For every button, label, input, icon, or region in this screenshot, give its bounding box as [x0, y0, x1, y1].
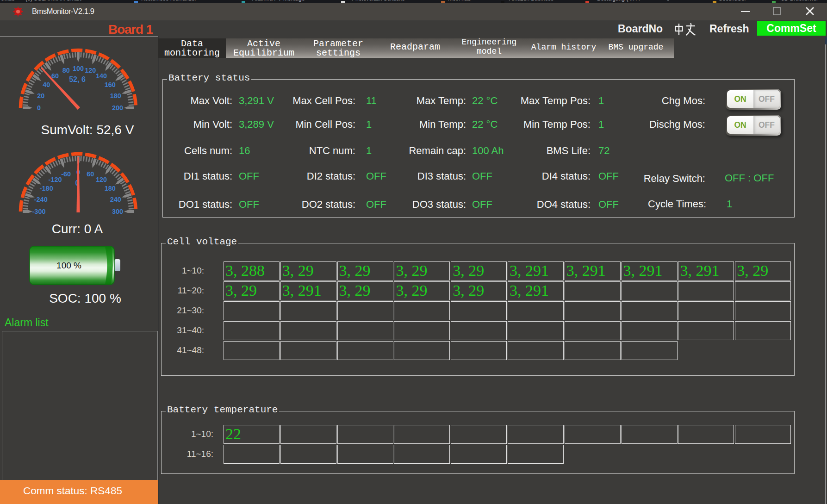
svg-text:-180: -180 [40, 185, 53, 192]
svg-text:120: 120 [85, 67, 96, 74]
svg-text:240: 240 [110, 196, 121, 203]
svg-text:180: 180 [105, 185, 116, 192]
svg-text:-240: -240 [34, 196, 48, 203]
svg-text:40: 40 [43, 81, 50, 88]
svg-text:300: 300 [112, 208, 123, 215]
svg-text:200: 200 [112, 104, 123, 112]
svg-text:80: 80 [62, 67, 70, 74]
svg-text:100 %: 100 % [56, 261, 81, 270]
svg-text:-60: -60 [61, 170, 71, 178]
svg-text:120: 120 [96, 176, 107, 183]
svg-text:140: 140 [96, 72, 107, 80]
svg-text:-300: -300 [32, 208, 45, 215]
svg-text:160: 160 [105, 81, 116, 88]
svg-text:52, 6: 52, 6 [69, 75, 86, 83]
svg-text:-120: -120 [48, 176, 62, 183]
svg-text:20: 20 [37, 92, 44, 100]
svg-text:0: 0 [37, 104, 41, 112]
svg-text:180: 180 [110, 92, 121, 100]
svg-text:100: 100 [73, 65, 84, 72]
svg-text:60: 60 [87, 170, 94, 178]
